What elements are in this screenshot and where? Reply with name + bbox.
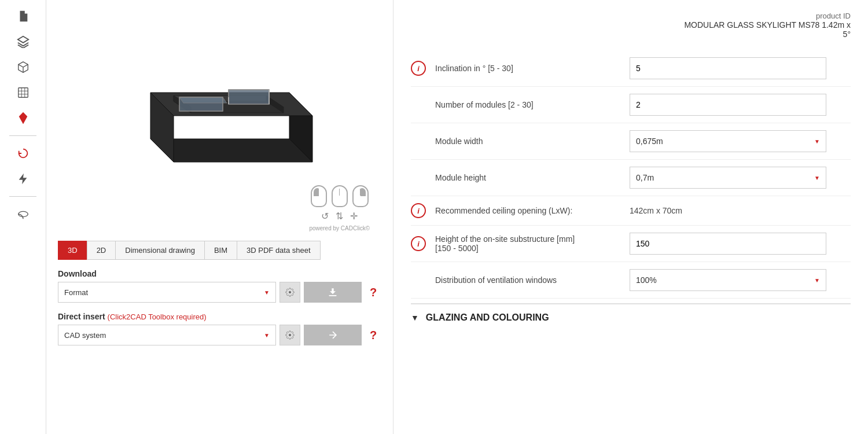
glazing-section-title: GLAZING AND COLOURING	[426, 312, 549, 323]
cad-system-select[interactable]: CAD system ▼	[58, 325, 276, 345]
sidebar-icon-rotate[interactable]	[13, 143, 34, 164]
sidebar-icon-cube[interactable]	[13, 57, 34, 78]
scroll-action-icon: ⇅	[336, 211, 343, 222]
format-select[interactable]: Format ▼	[58, 282, 276, 303]
prop-row-ventilation: Distribution of ventilation windows 100%…	[411, 262, 851, 299]
mouse-right-icon	[352, 185, 369, 207]
svg-marker-11	[179, 97, 227, 103]
format-placeholder: Format	[64, 288, 88, 297]
tab-3d-pdf[interactable]: 3D PDF data sheet	[237, 241, 321, 260]
info-icon-substructure[interactable]: i	[411, 236, 426, 251]
value-ceiling-opening: 142cm x 70cm	[630, 206, 851, 215]
ventilation-select[interactable]: 100% ▼	[630, 269, 826, 291]
mouse-icons-row	[311, 185, 369, 207]
settings-btn[interactable]	[279, 282, 300, 303]
cad-placeholder: CAD system	[64, 331, 106, 340]
sidebar-icon-layers[interactable]	[13, 31, 34, 52]
svg-marker-2	[150, 139, 312, 162]
download-execute-btn[interactable]	[304, 282, 362, 303]
sidebar-divider-2	[9, 196, 36, 197]
module-width-arrow-icon: ▼	[814, 138, 820, 145]
svg-rect-17	[329, 295, 336, 296]
label-inclination: Inclination in ° [5 - 30]	[435, 64, 620, 73]
product-name: MODULAR GLASS SKYLIGHT MS78 1.42m x	[684, 20, 851, 30]
sidebar-divider-1	[9, 135, 36, 136]
download-label: Download	[58, 269, 381, 278]
tab-row: 3D 2D Dimensional drawing BIM 3D PDF dat…	[58, 241, 381, 260]
product-id-label: product ID	[684, 12, 851, 20]
viewer-area: ↺ ⇅ ✛ powered by CADClick©	[58, 12, 381, 231]
module-width-value: 0,675m	[636, 137, 663, 146]
tab-dimensional-drawing[interactable]: Dimensional drawing	[115, 241, 204, 260]
rotate-action-icon: ↺	[321, 211, 329, 222]
svg-rect-0	[18, 88, 28, 98]
tab-2d[interactable]: 2D	[87, 241, 116, 260]
substructure-field[interactable]	[630, 233, 826, 255]
prop-row-inclination: i Inclination in ° [5 - 30]	[411, 50, 851, 87]
module-width-select[interactable]: 0,675m ▼	[630, 130, 826, 152]
module-height-arrow-icon: ▼	[814, 175, 820, 181]
cad-settings-btn[interactable]	[279, 325, 300, 345]
cad-arrow-icon: ▼	[264, 332, 270, 339]
sidebar	[0, 0, 46, 434]
sidebar-icon-page[interactable]	[13, 6, 34, 27]
modules-field[interactable]	[630, 94, 826, 116]
powered-by-text: powered by CADClick©	[309, 225, 370, 231]
glazing-chevron-icon[interactable]: ▼	[411, 313, 419, 322]
right-panel: product ID MODULAR GLASS SKYLIGHT MS78 1…	[393, 0, 868, 434]
left-panel: ↺ ⇅ ✛ powered by CADClick© 3D 2D Dimensi…	[46, 0, 393, 434]
ventilation-value: 100%	[636, 275, 657, 285]
prop-row-modules: Number of modules [2 - 30]	[411, 87, 851, 123]
input-module-width: 0,675m ▼	[630, 130, 826, 152]
product-name2: 5°	[684, 30, 851, 39]
tab-bim[interactable]: BIM	[204, 241, 237, 260]
label-modules: Number of modules [2 - 30]	[435, 100, 620, 109]
sidebar-icon-3d-rotate[interactable]	[13, 204, 34, 225]
direct-insert-section: Direct insert (Click2CAD Toolbox require…	[58, 312, 381, 345]
sidebar-icon-diamond[interactable]	[13, 108, 34, 128]
mouse-left-icon	[311, 185, 327, 207]
direct-insert-title: Direct insert	[58, 312, 105, 321]
ventilation-arrow-icon: ▼	[814, 277, 820, 284]
substructure-label-line2: [150 - 5000]	[435, 244, 620, 253]
svg-marker-12	[229, 90, 269, 104]
sidebar-icon-lightning[interactable]	[13, 168, 34, 189]
label-ventilation: Distribution of ventilation windows	[435, 275, 620, 285]
info-icon-ceiling[interactable]: i	[411, 203, 426, 218]
prop-row-ceiling-opening: i Recommended ceiling opening (LxW): 142…	[411, 196, 851, 226]
download-help-btn[interactable]: ?	[365, 282, 381, 303]
input-modules	[630, 94, 826, 116]
glazing-section-header: ▼ GLAZING AND COLOURING	[411, 303, 851, 329]
insert-execute-btn[interactable]	[304, 325, 362, 345]
product-id-row: product ID MODULAR GLASS SKYLIGHT MS78 1…	[411, 12, 851, 39]
download-section: Download Format ▼	[58, 269, 381, 303]
prop-row-module-height: Module height 0,7m ▼	[411, 160, 851, 196]
label-ceiling-opening: Recommended ceiling opening (LxW):	[435, 206, 620, 215]
input-substructure	[630, 233, 826, 255]
input-ventilation: 100% ▼	[630, 269, 826, 291]
input-module-height: 0,7m ▼	[630, 167, 826, 189]
skylight-3d-view	[116, 46, 324, 197]
main-content: ↺ ⇅ ✛ powered by CADClick© 3D 2D Dimensi…	[46, 0, 868, 434]
pan-action-icon: ✛	[350, 211, 358, 222]
module-height-value: 0,7m	[636, 173, 654, 182]
label-module-width: Module width	[435, 137, 620, 146]
mouse-middle-icon	[332, 185, 348, 207]
model-image	[110, 41, 330, 203]
direct-insert-note: (Click2CAD Toolbox required)	[108, 312, 207, 321]
download-row: Format ▼ ?	[58, 282, 381, 303]
substructure-label-line1: Height of the on-site substructure [mm]	[435, 234, 620, 244]
inclination-field[interactable]	[630, 57, 826, 79]
label-module-height: Module height	[435, 173, 620, 182]
prop-row-module-width: Module width 0,675m ▼	[411, 123, 851, 160]
info-icon-inclination[interactable]: i	[411, 61, 426, 76]
module-height-select[interactable]: 0,7m ▼	[630, 167, 826, 189]
label-substructure: Height of the on-site substructure [mm] …	[435, 234, 620, 253]
mouse-action-icons: ↺ ⇅ ✛	[321, 211, 358, 222]
mouse-controls: ↺ ⇅ ✛ powered by CADClick©	[309, 185, 370, 231]
sidebar-icon-flat[interactable]	[13, 82, 34, 103]
tab-3d[interactable]: 3D	[58, 241, 87, 260]
insert-help-btn[interactable]: ?	[365, 325, 381, 345]
prop-row-substructure: i Height of the on-site substructure [mm…	[411, 226, 851, 262]
format-arrow-icon: ▼	[264, 289, 270, 296]
